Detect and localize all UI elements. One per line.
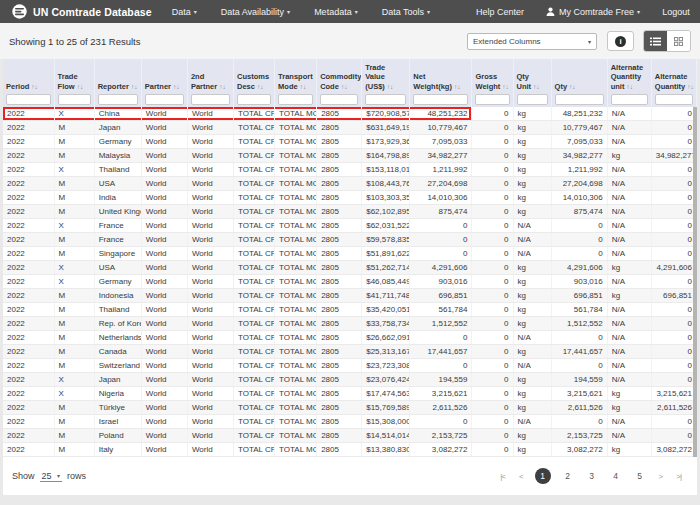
sort-arrows-icon[interactable]: ↑↓: [173, 83, 180, 90]
filter-input-alternate-quantity[interactable]: [655, 94, 693, 105]
table-row[interactable]: 2022MJapanWorldWorldTOTAL CPCTOTAL MOT28…: [3, 121, 697, 135]
column-header-period[interactable]: Period↑↓: [3, 59, 54, 92]
filter-input-gross-weight[interactable]: [475, 94, 509, 105]
table-row[interactable]: 2022MIsraelWorldWorldTOTAL CPCTOTAL MOT2…: [3, 415, 697, 429]
filter-input-trade-value-usd[interactable]: [365, 94, 406, 105]
page-button-5[interactable]: 5: [635, 471, 645, 481]
table-row[interactable]: 2022MCanadaWorldWorldTOTAL CPCTOTAL MOT2…: [3, 345, 697, 359]
cell-alternate-quantity: 696,851: [651, 289, 696, 303]
filter-input-alternate-quantity-unit[interactable]: [611, 94, 648, 105]
column-header-alternate-quantity[interactable]: Alternate Quantity↑↓: [651, 59, 696, 92]
rows-per-page-select[interactable]: 25 ▾: [40, 471, 63, 482]
filter-input-net-weight-kg[interactable]: [413, 94, 468, 105]
next-page-button[interactable]: >: [659, 472, 663, 481]
column-header-alternate-quantity-unit[interactable]: Alternate Quantity unit↑↓: [607, 59, 651, 92]
cell-customs-desc: TOTAL CPC: [233, 359, 274, 373]
sort-arrows-icon[interactable]: ↑↓: [300, 83, 307, 90]
nav-menu-data-availability[interactable]: Data Availability▾: [221, 7, 290, 17]
table-row[interactable]: 2022MMalaysiaWorldWorldTOTAL CPCTOTAL MO…: [3, 149, 697, 163]
table-row[interactable]: 2022XThailandWorldWorldTOTAL CPCTOTAL MO…: [3, 163, 697, 177]
filter-input-second-partner[interactable]: [191, 94, 230, 105]
table-row[interactable]: 2022MRep. of KoreaWorldWorldTOTAL CPCTOT…: [3, 317, 697, 331]
grid-view-button[interactable]: [667, 31, 690, 51]
table-row[interactable]: 2022MGermanyWorldWorldTOTAL CPCTOTAL MOT…: [3, 135, 697, 149]
column-header-reporter[interactable]: Reporter↑↓: [94, 59, 141, 92]
account-menu[interactable]: My Comtrade Free ▾: [546, 7, 640, 17]
filter-input-trade-flow[interactable]: [58, 94, 91, 105]
sort-arrows-icon[interactable]: ↑↓: [687, 83, 694, 90]
sort-arrows-icon[interactable]: ↑↓: [31, 83, 38, 90]
table-row[interactable]: 2022XJapanWorldWorldTOTAL CPCTOTAL MOT28…: [3, 373, 697, 387]
table-row[interactable]: 2022MUSAWorldWorldTOTAL CPCTOTAL MOT2805…: [3, 177, 697, 191]
table-row[interactable]: 2022MFranceWorldWorldTOTAL CPCTOTAL MOT2…: [3, 233, 697, 247]
scrollbar-thumb[interactable]: [693, 107, 697, 457]
sort-arrows-icon[interactable]: ↑↓: [77, 83, 84, 90]
columns-select[interactable]: Extended Columns ▾: [467, 33, 597, 50]
filter-input-qty-unit[interactable]: [517, 94, 548, 105]
column-header-second-partner[interactable]: 2nd Partner↑↓: [187, 59, 233, 92]
filter-input-qty[interactable]: [555, 94, 604, 105]
help-center-link[interactable]: Help Center: [476, 7, 524, 17]
logout-link[interactable]: Logout: [662, 7, 690, 17]
table-scrollbar[interactable]: [693, 107, 697, 457]
list-view-button[interactable]: [644, 31, 667, 51]
nav-menu-data-tools[interactable]: Data Tools▾: [382, 7, 430, 17]
cell-partner: World: [141, 415, 187, 429]
column-header-gross-weight[interactable]: Gross Weight↑↓: [472, 59, 513, 92]
column-header-net-weight-kg[interactable]: Net Weight(kg)↑↓: [410, 59, 472, 92]
nav-menu-metadata[interactable]: Metadata▾: [314, 7, 358, 17]
table-row[interactable]: 2022MIndonesiaWorldWorldTOTAL CPCTOTAL M…: [3, 289, 697, 303]
table-row[interactable]: 2022MItalyWorldWorldTOTAL CPCTOTAL MOT28…: [3, 443, 697, 457]
sort-arrows-icon[interactable]: ↑↓: [626, 83, 633, 90]
table-row[interactable]: 2022XNigeriaWorldWorldTOTAL CPCTOTAL MOT…: [3, 387, 697, 401]
page-button-1[interactable]: 1: [535, 468, 551, 484]
info-button[interactable]: i: [607, 31, 634, 51]
table-row[interactable]: 2022XChinaWorldWorldTOTAL CPCTOTAL MOT28…: [3, 107, 697, 121]
column-header-transport-mode[interactable]: Transport Mode↑↓: [275, 59, 317, 92]
table-row[interactable]: 2022MSingaporeWorldWorldTOTAL CPCTOTAL M…: [3, 247, 697, 261]
filter-input-commodity-code[interactable]: [320, 94, 358, 105]
page-button-3[interactable]: 3: [587, 471, 597, 481]
column-header-qty-unit[interactable]: Qty Unit↑↓: [513, 59, 551, 92]
cell-customs-desc-highlighted: TOTAL CPC: [233, 107, 274, 121]
sort-arrows-icon[interactable]: ↑↓: [454, 83, 461, 90]
cell-reporter: France: [94, 233, 141, 247]
filter-input-customs-desc[interactable]: [237, 94, 271, 105]
table-row[interactable]: 2022MThailandWorldWorldTOTAL CPCTOTAL MO…: [3, 303, 697, 317]
table-row[interactable]: 2022MSwitzerlandWorldWorldTOTAL CPCTOTAL…: [3, 359, 697, 373]
sort-arrows-icon[interactable]: ↑↓: [387, 83, 394, 90]
table-row[interactable]: 2022MNetherlandsWorldWorldTOTAL CPCTOTAL…: [3, 331, 697, 345]
nav-menu-data[interactable]: Data▾: [172, 7, 197, 17]
column-header-customs-desc[interactable]: Customs Desc↑↓: [233, 59, 274, 92]
filter-input-period[interactable]: [6, 94, 51, 105]
column-header-trade-flow[interactable]: Trade Flow↑↓: [54, 59, 94, 92]
sort-arrows-icon[interactable]: ↑↓: [341, 83, 348, 90]
prev-page-button[interactable]: <: [519, 472, 523, 481]
column-header-trade-value-usd[interactable]: Trade Value (US$)↑↓: [362, 59, 410, 92]
table-row[interactable]: 2022XGermanyWorldWorldTOTAL CPCTOTAL MOT…: [3, 275, 697, 289]
page-button-2[interactable]: 2: [563, 471, 573, 481]
cell-commodity-code: 2805: [317, 247, 362, 261]
column-header-commodity-code[interactable]: Commodity Code↑↓: [317, 59, 362, 92]
page-button-4[interactable]: 4: [611, 471, 621, 481]
table-row[interactable]: 2022MPolandWorldWorldTOTAL CPCTOTAL MOT2…: [3, 429, 697, 443]
table-row[interactable]: 2022MUnited KingdomWorldWorldTOTAL CPCTO…: [3, 205, 697, 219]
sort-arrows-icon[interactable]: ↑↓: [131, 83, 138, 90]
last-page-button[interactable]: >|: [676, 472, 681, 481]
sort-arrows-icon[interactable]: ↑↓: [257, 83, 264, 90]
filter-input-reporter[interactable]: [98, 94, 138, 105]
table-row[interactable]: 2022MTürkiyeWorldWorldTOTAL CPCTOTAL MOT…: [3, 401, 697, 415]
first-page-button[interactable]: |<: [500, 472, 505, 481]
sort-arrows-icon[interactable]: ↑↓: [533, 83, 540, 90]
column-header-qty[interactable]: Qty↑↓: [551, 59, 607, 92]
sort-arrows-icon[interactable]: ↑↓: [502, 83, 509, 90]
sort-arrows-icon[interactable]: ↑↓: [569, 83, 576, 90]
filter-input-transport-mode[interactable]: [278, 94, 313, 105]
table-row[interactable]: 2022XUSAWorldWorldTOTAL CPCTOTAL MOT2805…: [3, 261, 697, 275]
filter-input-partner[interactable]: [145, 94, 184, 105]
column-header-partner[interactable]: Partner↑↓: [141, 59, 187, 92]
table-row[interactable]: 2022XFranceWorldWorldTOTAL CPCTOTAL MOT2…: [3, 219, 697, 233]
table-row[interactable]: 2022MIndiaWorldWorldTOTAL CPCTOTAL MOT28…: [3, 191, 697, 205]
cell-net-weight-kg: 7,095,033: [410, 135, 472, 149]
sort-arrows-icon[interactable]: ↑↓: [219, 83, 226, 90]
